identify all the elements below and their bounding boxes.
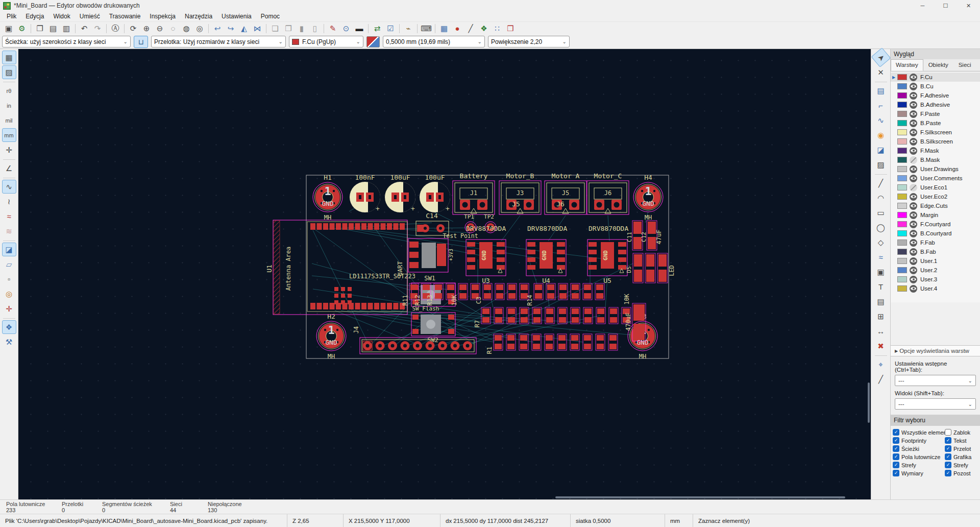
smd-part[interactable] <box>657 253 668 283</box>
draw-bezier-icon[interactable]: ≈ <box>874 250 888 264</box>
add-table-icon[interactable]: ⊞ <box>874 309 888 323</box>
draw-polygon-icon[interactable]: ◇ <box>874 235 888 249</box>
add-via-icon[interactable]: ◉ <box>874 128 888 142</box>
measure-icon[interactable]: ╱ <box>464 22 477 34</box>
layer-color-swatch[interactable] <box>897 285 907 292</box>
layer-row-f.courtyard[interactable]: F.Courtyard <box>891 220 980 229</box>
layer-color-swatch[interactable] <box>897 267 907 273</box>
zoom-page-icon[interactable]: ◌ <box>166 22 180 34</box>
eye-hidden-icon[interactable] <box>910 184 917 191</box>
delete-tool-icon[interactable]: ▬ <box>353 22 366 34</box>
layer-color-swatch[interactable] <box>897 230 907 236</box>
menu-trasowanie[interactable]: Trasowanie <box>105 12 145 21</box>
layer-color-swatch[interactable] <box>897 175 907 181</box>
regulator-u2[interactable] <box>408 238 448 272</box>
group-icon[interactable]: ❏ <box>268 22 282 34</box>
smd-part[interactable] <box>632 303 646 341</box>
checkbox-checked-icon[interactable]: ✓ <box>945 453 951 460</box>
place-footprint-icon[interactable]: ▤ <box>874 84 888 98</box>
tab-obiekty[interactable]: Obiekty <box>923 59 953 71</box>
layer-color-swatch[interactable] <box>897 194 907 200</box>
checkbox-checked-icon[interactable]: ✓ <box>893 445 899 452</box>
track-width-select[interactable]: Ścieżka: użyj szerokości z klasy sieci ⌄ <box>2 36 131 47</box>
filter-strefy[interactable]: ✓Strefy <box>945 462 980 468</box>
layer-row-user.1[interactable]: User.1 <box>891 256 980 266</box>
layer-color-swatch[interactable] <box>897 102 907 108</box>
add-textbox-icon[interactable]: ▤ <box>874 295 888 308</box>
grid-settings-icon[interactable]: ▦ <box>437 22 451 34</box>
filter-pozost[interactable]: ✓Pozost <box>945 470 980 476</box>
zone-filled-icon[interactable]: ◪ <box>2 243 16 256</box>
eye-visible-icon[interactable] <box>910 110 917 118</box>
cursor-shape-icon[interactable]: ✛ <box>2 143 16 157</box>
eye-visible-icon[interactable] <box>910 165 917 173</box>
redo-icon[interactable]: ↷ <box>91 22 104 34</box>
save-icon[interactable]: ▣ <box>2 22 15 34</box>
connector-battery[interactable] <box>453 181 495 214</box>
eye-visible-icon[interactable] <box>910 147 917 155</box>
page-settings-icon[interactable]: ❐ <box>33 22 46 34</box>
delete-items-icon[interactable]: ✖ <box>874 339 888 353</box>
add-image-icon[interactable]: ▣ <box>874 265 888 279</box>
layer-row-b.courtyard[interactable]: B.Courtyard <box>891 229 980 238</box>
units-mils-icon[interactable]: mil <box>2 113 16 127</box>
layer-row-user.eco2[interactable]: User.Eco2 <box>891 192 980 201</box>
layer-row-margin[interactable]: Margin <box>891 210 980 220</box>
checkbox-checked-icon[interactable]: ✓ <box>945 445 951 452</box>
units-mm-icon[interactable]: mm <box>2 128 16 142</box>
filter-przelot[interactable]: ✓Przelot <box>945 445 980 452</box>
layer-color-swatch[interactable] <box>897 138 907 145</box>
switch-sw2[interactable] <box>411 313 455 336</box>
layer-row-b.mask[interactable]: B.Mask <box>891 155 980 164</box>
refresh-icon[interactable]: ⟳ <box>127 22 140 34</box>
menu-edycja[interactable]: Edycja <box>21 12 48 21</box>
smd-part[interactable] <box>570 334 579 350</box>
menu-pomoc[interactable]: Pomoc <box>256 12 284 21</box>
smd-part[interactable] <box>545 334 554 350</box>
checkbox-checked-icon[interactable]: ✓ <box>893 453 899 460</box>
smd-part[interactable] <box>494 334 503 350</box>
eye-visible-icon[interactable] <box>910 239 917 247</box>
views-select[interactable]: --- ⌄ <box>895 398 976 410</box>
layer-row-edge.cuts[interactable]: Edge.Cuts <box>891 201 980 210</box>
layer-color-swatch[interactable] <box>897 276 907 282</box>
layer-row-f.cu[interactable]: ▶F.Cu <box>891 73 980 82</box>
scripting-console-icon[interactable]: ⌨ <box>420 22 433 34</box>
layer-row-b.adhesive[interactable]: B.Adhesive <box>891 100 980 109</box>
layer-color-swatch[interactable] <box>897 258 907 264</box>
filter-wymiary[interactable]: ✓Wymiary <box>893 470 945 476</box>
print-icon[interactable]: ▤ <box>46 22 60 34</box>
eye-visible-icon[interactable] <box>910 92 917 100</box>
layer-color-swatch[interactable] <box>897 129 907 135</box>
unlock-icon[interactable]: ▯ <box>308 22 322 34</box>
smd-part[interactable] <box>571 307 580 324</box>
layer-row-b.paste[interactable]: B.Paste <box>891 118 980 128</box>
menu-narzędzia[interactable]: Narzędzia <box>180 12 217 21</box>
eye-visible-icon[interactable] <box>910 119 917 127</box>
layer-pairs-icon[interactable]: ❒ <box>504 22 517 34</box>
add-zone-icon[interactable]: ◪ <box>874 143 888 157</box>
filter-zablok[interactable]: Zablok <box>945 429 980 436</box>
eye-visible-icon[interactable] <box>910 267 917 274</box>
layer-row-f.mask[interactable]: F.Mask <box>891 146 980 155</box>
polar-coords-icon[interactable]: rθ <box>2 84 16 98</box>
plot-icon[interactable]: ▥ <box>60 22 73 34</box>
checkbox-checked-icon[interactable]: ✓ <box>893 462 899 468</box>
mirror-view-icon[interactable]: ⋈ <box>251 22 264 34</box>
zoom-select[interactable]: Powiększenie 2,20 ⌄ <box>488 36 570 47</box>
zoom-fit-icon[interactable]: ◍ <box>180 22 193 34</box>
smd-part[interactable] <box>557 334 567 350</box>
eye-visible-icon[interactable] <box>910 248 917 256</box>
plugins-icon[interactable]: ❖ <box>477 22 491 34</box>
zoom-in-icon[interactable]: ⊕ <box>140 22 153 34</box>
smd-part[interactable] <box>458 283 468 300</box>
smd-part[interactable] <box>483 283 492 300</box>
board-setup-icon[interactable]: ⚙ <box>15 22 29 34</box>
layers-manager-icon[interactable]: ❖ <box>2 320 16 334</box>
select-tool-icon[interactable]: ➤ <box>871 47 891 67</box>
filter-strefy[interactable]: ✓Strefy <box>893 462 945 468</box>
smd-part[interactable] <box>506 334 516 350</box>
menu-inspekcja[interactable]: Inspekcja <box>145 12 180 21</box>
layer-color-swatch[interactable] <box>897 74 907 80</box>
ungroup-icon[interactable]: ❐ <box>282 22 295 34</box>
